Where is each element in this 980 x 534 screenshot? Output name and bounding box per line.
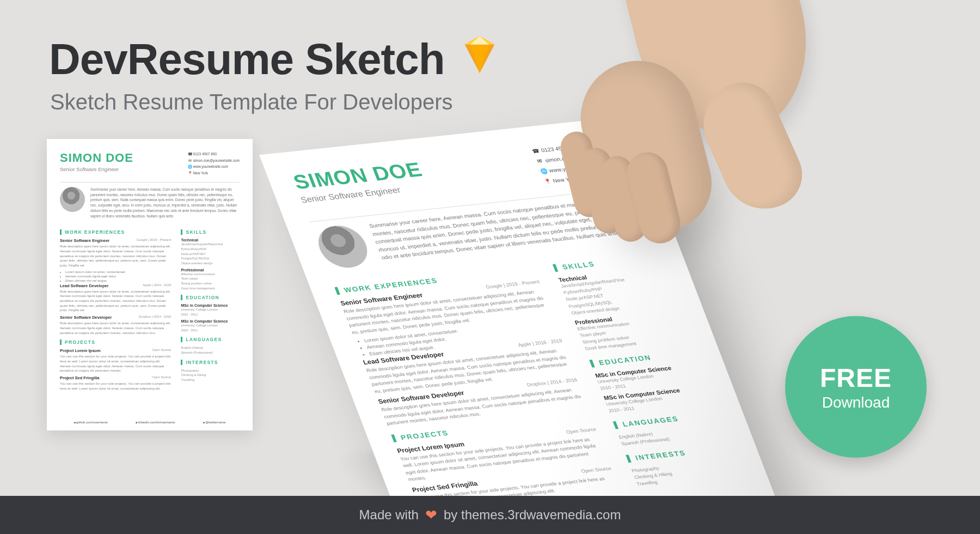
avatar: [312, 223, 374, 270]
badge-download-label: Download: [822, 394, 890, 411]
page-subtitle: Sketch Resume Template For Developers: [50, 90, 453, 114]
section-skills: SKILLS: [181, 229, 240, 235]
page-title: DevResume Sketch: [49, 33, 501, 86]
contact-block: ☎ 0123 4567 890 ✉ simon.doe@yourwebsite.…: [188, 151, 240, 177]
section-projects: PROJECTS: [60, 339, 171, 345]
footer-made: Made with: [359, 507, 419, 523]
resume-thumbnail: SIMON DOE Senior Software Engineer ☎ 012…: [47, 139, 253, 430]
avatar: [60, 187, 85, 212]
pin-icon: 📍: [188, 170, 192, 177]
section-interests: INTERESTS: [181, 360, 240, 365]
page-footer: Made with ❤ by themes.3rdwavemedia.com: [0, 496, 980, 534]
globe-icon: 🌐: [188, 163, 192, 170]
resume-role: Senior Software Engineer: [60, 166, 133, 172]
badge-free-label: FREE: [820, 363, 892, 393]
download-badge[interactable]: FREE Download: [785, 316, 927, 458]
heart-icon: ❤: [425, 507, 437, 524]
sketch-icon: [458, 33, 501, 86]
section-languages: LANGUAGES: [181, 337, 240, 342]
summary-text: Summarise your career here. Aenean massa…: [90, 187, 240, 219]
resume-name: SIMON DOE: [60, 151, 133, 165]
resume-footer-links: github.com/username linkedin.com/in/user…: [60, 421, 240, 424]
section-work: WORK EXPERIENCES: [60, 229, 171, 235]
footer-by: by themes.3rdwavemedia.com: [444, 507, 621, 523]
mail-icon: ✉: [188, 157, 192, 164]
section-education: EDUCATION: [181, 295, 240, 300]
title-text: DevResume Sketch: [49, 34, 445, 84]
phone-icon: ☎: [188, 151, 192, 157]
